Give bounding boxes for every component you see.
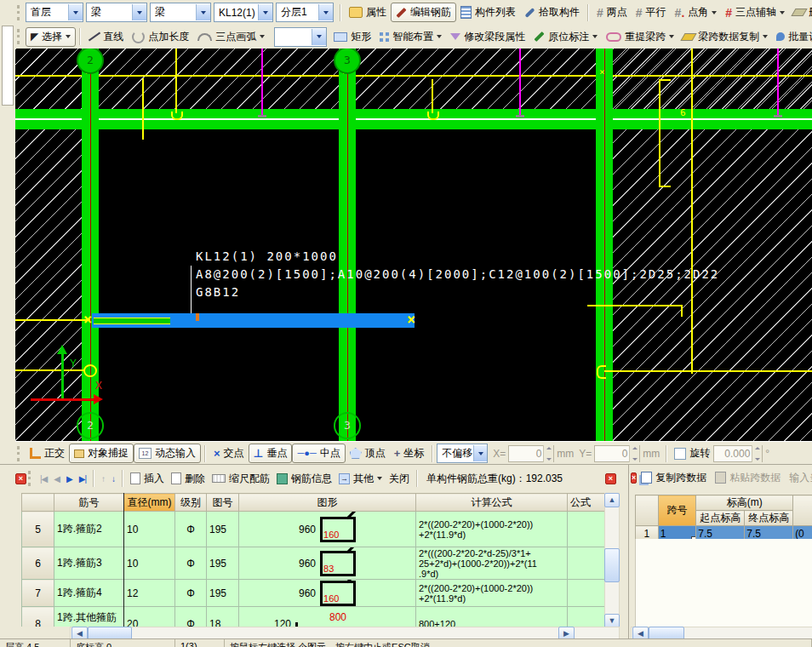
dropdown-arrow-icon[interactable] xyxy=(712,11,717,14)
next-row-button[interactable]: ▶ xyxy=(63,472,76,485)
table-row[interactable]: 5 1跨.箍筋2 10 Φ 195 960 160 2*((200-2*20)+… xyxy=(22,512,605,547)
dropdown-arrow-icon[interactable] xyxy=(66,35,71,38)
shape-cell[interactable]: 120 800 xyxy=(239,607,416,627)
dropdown-arrow-icon[interactable] xyxy=(780,11,785,14)
delete-row-button[interactable]: 删除 xyxy=(168,470,209,488)
level-cell[interactable]: Φ xyxy=(175,607,207,627)
rebar-name-cell[interactable]: 1跨.箍筋3 xyxy=(54,547,124,580)
parallel-axis-button[interactable]: # 平行 xyxy=(632,3,671,21)
dropdown-arrow-icon[interactable] xyxy=(437,35,442,38)
dropdown-arrow-icon[interactable] xyxy=(592,35,598,38)
layer-combobox[interactable]: 分层1 xyxy=(276,3,334,22)
point-angle-axis-button[interactable]: #. 点角 xyxy=(671,3,722,21)
column-header-formula[interactable]: 计算公式 xyxy=(416,494,568,512)
diameter-cell[interactable]: 20 xyxy=(124,607,175,627)
combobox-arrow-icon[interactable] xyxy=(196,4,210,20)
toolbar-grip[interactable] xyxy=(28,471,33,486)
shape-cell[interactable]: 960 160 xyxy=(239,580,416,607)
close-editor-button[interactable]: 关闭 xyxy=(386,470,413,488)
other-menu-button[interactable]: → 其他 xyxy=(335,470,386,488)
rebar-name-cell[interactable]: 1跨.箍筋4 xyxy=(54,580,124,607)
prev-row-button[interactable]: ◀ xyxy=(50,472,63,485)
move-down-button[interactable]: ↓ xyxy=(108,472,118,485)
insitu-annotate-button[interactable]: 原位标注 xyxy=(529,28,602,46)
diameter-cell[interactable]: 10 xyxy=(124,547,175,580)
combobox-arrow-icon[interactable] xyxy=(68,4,83,20)
table-row[interactable]: 6 1跨.箍筋3 10 Φ 195 960 83 2*(((200-2*20-2… xyxy=(22,547,605,580)
dropdown-arrow-icon[interactable] xyxy=(763,35,768,38)
vertical-scroll-thumb[interactable] xyxy=(604,548,620,582)
attributes-button[interactable]: 属性 xyxy=(345,3,391,21)
scroll-left-icon[interactable]: ◀ xyxy=(71,627,88,639)
column-group-elevation[interactable]: 标高(m) xyxy=(696,495,793,511)
input-column-button[interactable]: 输入当 xyxy=(785,469,812,487)
collapsed-panel-handle[interactable] xyxy=(2,26,14,106)
horizontal-scroll-thumb[interactable] xyxy=(649,627,684,639)
rebar-info-button[interactable]: 钢筋信息 xyxy=(273,470,335,488)
dropdown-arrow-icon[interactable] xyxy=(669,35,674,38)
desc-cell[interactable] xyxy=(568,547,605,580)
level-cell[interactable]: Φ xyxy=(175,512,207,547)
column-header-span-number[interactable]: 跨号 xyxy=(658,495,696,526)
element-type-combobox[interactable]: 梁 xyxy=(150,3,211,22)
delete-axis-button[interactable]: 删 xyxy=(789,3,812,21)
shape-cell[interactable]: 960 83 xyxy=(239,547,416,580)
desc-cell[interactable] xyxy=(568,607,605,627)
scroll-right-icon[interactable]: ▶ xyxy=(558,627,575,639)
edit-rebar-button[interactable]: 编辑钢筋 xyxy=(391,3,456,22)
figure-cell[interactable]: 18 xyxy=(207,607,239,627)
toolbar-grip[interactable] xyxy=(17,5,22,20)
copy-span-data-button[interactable]: 复制跨数据 xyxy=(637,469,711,487)
vertex-snap-button[interactable]: 顶点 xyxy=(346,444,390,462)
first-row-button[interactable]: |◀ xyxy=(37,472,50,485)
row-number-header[interactable] xyxy=(636,495,659,526)
spinner-icon[interactable] xyxy=(543,445,553,462)
component-list-button[interactable]: 构件列表 xyxy=(456,3,520,21)
column-header-figure[interactable]: 图号 xyxy=(207,494,239,512)
repick-span-button[interactable]: 重提梁跨 xyxy=(602,28,678,46)
column-header-end-elevation[interactable]: 终点标高 xyxy=(745,511,793,526)
shape-cell[interactable]: 960 160 xyxy=(239,512,416,547)
desc-cell[interactable] xyxy=(568,580,605,607)
rebar-name-cell[interactable]: 1跨.其他箍筋1 xyxy=(54,607,124,627)
two-point-axis-button[interactable]: # 两点 xyxy=(592,3,632,21)
diameter-cell[interactable]: 10 xyxy=(124,512,175,547)
paste-span-data-button[interactable]: 粘贴跨数据 xyxy=(711,469,785,487)
midpoint-snap-button[interactable]: ─●─ 中点 xyxy=(292,444,345,463)
formula-cell[interactable]: 2*((200-2*20)+(1000-2*20)) +2*(11.9*d) xyxy=(416,580,568,607)
column-header-diameter[interactable]: 直径(mm) xyxy=(124,494,175,512)
spinner-icon[interactable] xyxy=(629,445,639,462)
combobox-arrow-icon[interactable] xyxy=(473,445,487,461)
three-point-aux-axis-button[interactable]: # 三点辅轴 xyxy=(721,3,789,21)
formula-cell[interactable]: 2*((200-2*20)+(1000-2*20)) +2*(11.9*d) xyxy=(416,512,568,547)
combobox-arrow-icon[interactable] xyxy=(258,4,272,20)
three-point-arc-button[interactable]: 三点画弧 xyxy=(193,28,269,46)
perpendicular-snap-button[interactable]: ⊥ 垂点 xyxy=(249,444,293,463)
point-add-length-button[interactable]: 点加长度 xyxy=(128,28,193,46)
column-header-start-elevation[interactable]: 起点标高 xyxy=(696,511,745,526)
column-header-desc[interactable]: 公式 xyxy=(568,494,605,512)
scroll-up-icon[interactable]: ▲ xyxy=(604,493,620,507)
column-header-extra[interactable] xyxy=(793,495,812,526)
table-row[interactable]: 7 1跨.箍筋4 12 Φ 195 960 160 2*((200-2*20)+… xyxy=(22,580,605,607)
combobox-arrow-icon[interactable] xyxy=(312,29,326,45)
figure-cell[interactable]: 195 xyxy=(207,580,239,607)
figure-cell[interactable]: 195 xyxy=(207,547,239,580)
span-data-copy-button[interactable]: 梁跨数据复制 xyxy=(678,28,772,46)
formula-cell[interactable]: 2*(((200-2*20-2*d-25)/3*1+ 25+2*d)+(1000… xyxy=(416,547,568,580)
formula-cell[interactable]: 800+120 xyxy=(416,607,568,627)
offset-combobox[interactable]: 不偏移 xyxy=(437,444,488,463)
column-header-name[interactable]: 筋号 xyxy=(54,494,124,512)
line-button[interactable]: 直线 xyxy=(84,28,128,46)
smart-layout-button[interactable]: 智能布置 xyxy=(375,28,446,46)
draw-mode-combobox[interactable] xyxy=(274,27,327,47)
scale-rebar-button[interactable]: 缩尺配筋 xyxy=(209,470,273,488)
level-cell[interactable]: Φ xyxy=(175,580,207,607)
move-up-button[interactable]: ↑ xyxy=(98,472,108,485)
cad-canvas[interactable]: 6 × × × × × KL12(1) 200*1000 A8@200(2)[1… xyxy=(15,49,812,441)
scroll-left-icon[interactable]: ◀ xyxy=(632,627,649,639)
dropdown-arrow-icon[interactable] xyxy=(377,477,382,480)
table-row[interactable]: 8 1跨.其他箍筋1 20 Φ 18 120 800 800+120 xyxy=(22,607,605,627)
combobox-arrow-icon[interactable] xyxy=(132,4,146,20)
category-combobox[interactable]: 梁 xyxy=(86,3,147,22)
